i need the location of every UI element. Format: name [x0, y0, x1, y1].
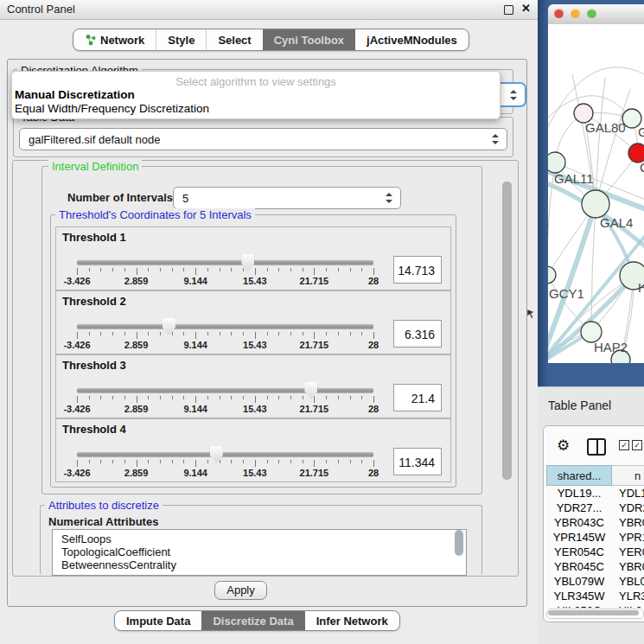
tick-mark	[112, 460, 113, 463]
cell-shared-name: YIL052C	[546, 603, 612, 608]
zoom-traffic-light[interactable]	[587, 9, 596, 18]
network-window-titlebar[interactable]	[548, 4, 644, 25]
tick-mark	[373, 396, 374, 403]
slider-thumb[interactable]	[304, 382, 317, 399]
tick-mark	[350, 460, 351, 463]
tick-mark	[183, 460, 184, 463]
column-header-name[interactable]: n	[612, 465, 644, 486]
tick-mark	[183, 332, 184, 335]
tick-mark	[112, 396, 113, 399]
table-row[interactable]: YBR043CYBR0	[546, 515, 644, 530]
tick-mark	[148, 268, 149, 271]
tick-label: 9.144	[176, 276, 214, 286]
cell-shared-name: YLR345W	[546, 589, 612, 603]
combo-stepper-icon[interactable]	[492, 134, 499, 144]
close-icon[interactable]: ✕	[521, 2, 531, 15]
table-row[interactable]: YDR27...YDR2	[546, 501, 644, 515]
node-label: GAL80	[585, 120, 626, 135]
attributes-list-scrollbar[interactable]	[455, 530, 463, 556]
network-node-GAL11[interactable]	[548, 152, 565, 173]
tab-style[interactable]: Style	[156, 29, 206, 50]
threshold-value-field[interactable]: 14.713	[393, 256, 442, 284]
tab-cyni-toolbox[interactable]: Cyni Toolbox	[263, 29, 355, 50]
horizontal-scrollbar-thumb[interactable]	[548, 610, 639, 615]
combo-stepper-icon[interactable]	[386, 193, 392, 203]
tab-select[interactable]: Select	[206, 29, 262, 50]
slider-track[interactable]	[77, 388, 373, 393]
tick-mark	[303, 460, 303, 463]
table-row[interactable]: YBR045CYBR0	[546, 559, 644, 574]
network-canvas[interactable]: GAL80G.CGAL11GAL4GCY1HHAP2	[548, 24, 644, 363]
table-row[interactable]: YER054CYER0	[546, 545, 644, 559]
split-view-icon[interactable]	[587, 438, 606, 456]
slider-track[interactable]	[77, 452, 373, 457]
threshold-row: Threshold 1-3.4262.8599.14415.4321.71528…	[55, 226, 451, 290]
tick-mark	[207, 268, 208, 271]
checkbox-icon[interactable]: ✓	[619, 440, 629, 450]
number-of-intervals-combo[interactable]: 5	[173, 187, 401, 209]
tick-mark	[243, 396, 244, 399]
table-row[interactable]: YLR345WYLR3	[546, 589, 644, 603]
tab-infer-network[interactable]: Infer Network	[305, 611, 399, 630]
threshold-label: Threshold 3	[62, 359, 126, 372]
cell-shared-name: YBR045C	[546, 559, 612, 574]
tab-jactivemnodules[interactable]: jActiveMNodules	[355, 29, 469, 50]
tab-impute-data[interactable]: Impute Data	[115, 611, 201, 630]
horizontal-scrollbar[interactable]	[546, 609, 644, 619]
tick-label: -3.426	[58, 468, 96, 478]
tick-mark	[124, 460, 125, 463]
list-item[interactable]: BetweennessCentrality	[53, 558, 466, 571]
table-data-combo[interactable]: galFiltered.sif default node	[19, 128, 507, 150]
list-item[interactable]: TopologicalCoefficient	[53, 545, 466, 558]
tick-mark	[137, 460, 137, 467]
threshold-value-field[interactable]: 11.344	[393, 448, 442, 475]
tick-mark	[100, 268, 101, 271]
tick-mark	[326, 268, 327, 271]
float-window-icon[interactable]	[504, 5, 513, 15]
cell-shared-name: YBR043C	[546, 515, 612, 530]
tick-mark	[100, 332, 101, 335]
table-row[interactable]: YDL19...YDL1	[546, 486, 644, 501]
numerical-attributes-list[interactable]: SelfLoopsTopologicalCoefficientBetweenne…	[52, 529, 467, 576]
tick-mark	[314, 332, 315, 339]
gear-icon[interactable]: ⚙	[557, 437, 570, 455]
tick-mark	[112, 268, 113, 271]
table-row[interactable]: YIL052CYIL0	[546, 603, 644, 608]
threshold-value-field[interactable]: 6.316	[393, 320, 442, 348]
close-traffic-light[interactable]	[554, 9, 564, 18]
cell-name: YBR0	[612, 559, 644, 574]
column-header-shared-name[interactable]: shared...	[546, 465, 612, 486]
tick-mark	[326, 460, 327, 463]
tick-mark	[160, 396, 161, 399]
slider-thumb[interactable]	[210, 446, 223, 463]
table-row[interactable]: YPR145WYPR1	[546, 530, 644, 545]
dropdown-option[interactable]: Manual Discretization	[15, 88, 135, 101]
slider-thumb[interactable]	[163, 318, 175, 335]
combo-stepper-icon[interactable]	[510, 90, 517, 100]
tick-mark	[243, 460, 244, 463]
tab-discretize-data[interactable]: Discretize Data	[201, 611, 304, 630]
cell-shared-name: YPR145W	[546, 530, 612, 545]
tab-network[interactable]: Network	[73, 29, 156, 50]
tick-mark	[231, 460, 232, 463]
network-node-GCY1[interactable]	[548, 266, 556, 284]
dropdown-option[interactable]: Equal Width/Frequency Discretization	[15, 102, 209, 115]
tick-mark	[243, 268, 244, 271]
network-node-GAL4[interactable]	[582, 190, 609, 218]
tick-mark	[361, 460, 362, 463]
slider-track[interactable]	[77, 260, 373, 265]
table-data-combo-value: galFiltered.sif default node	[29, 133, 160, 146]
tick-label: 21.715	[295, 404, 333, 414]
slider-track[interactable]	[77, 324, 373, 329]
tick-label: 2.859	[118, 276, 156, 286]
checkbox-icon[interactable]: ✓	[632, 440, 642, 450]
minimize-traffic-light[interactable]	[571, 9, 580, 18]
vertical-scrollbar[interactable]	[502, 182, 512, 480]
tick-label: 28	[354, 340, 392, 350]
apply-button[interactable]: Apply	[214, 581, 267, 600]
table-row[interactable]: YBL079WYBL0	[546, 574, 644, 589]
tick-mark	[77, 396, 78, 403]
threshold-value-field[interactable]: 21.4	[393, 384, 442, 411]
list-item[interactable]: SelfLoops	[53, 532, 466, 545]
tick-label: 21.715	[295, 340, 333, 350]
